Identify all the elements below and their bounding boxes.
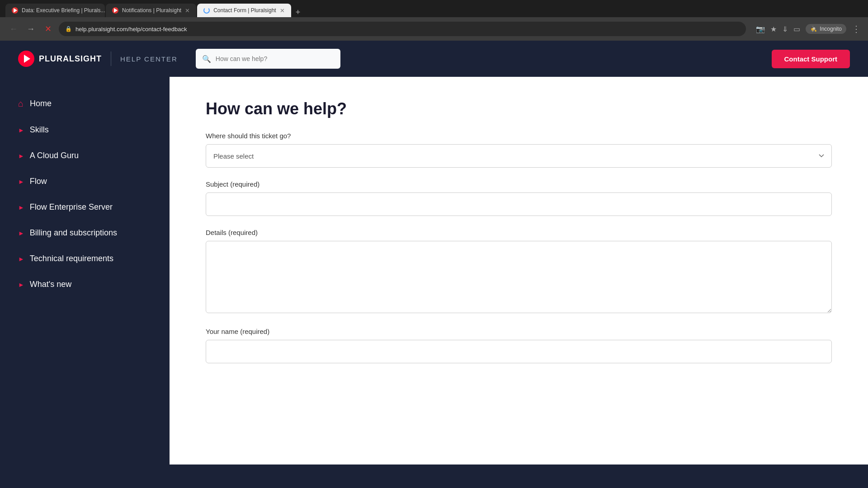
details-label: Details (required) <box>206 229 832 236</box>
arrow-icon-flow: ► <box>18 178 24 185</box>
sidebar-item-technical[interactable]: ► Technical requirements <box>0 246 170 272</box>
contact-support-button[interactable]: Contact Support <box>772 50 850 68</box>
tablet-icon[interactable]: ▭ <box>793 25 800 33</box>
browser-menu-button[interactable]: ⋮ <box>852 23 861 34</box>
tab-1-title: Data: Executive Briefing | Plurals... <box>22 7 105 14</box>
tab-2-close[interactable]: ✕ <box>185 7 190 14</box>
logo-divider <box>111 52 111 66</box>
tab-3-title: Contact Form | Pluralsight <box>213 7 276 14</box>
sidebar-item-label-billing: Billing and subscriptions <box>30 228 117 238</box>
sidebar-item-label-flow-enterprise: Flow Enterprise Server <box>30 202 113 212</box>
sidebar-item-label-cloud-guru: A Cloud Guru <box>30 151 79 160</box>
ticket-select[interactable]: Please select <box>206 144 832 168</box>
sidebar-item-skills[interactable]: ► Skills <box>0 117 170 143</box>
incognito-label: Incognito <box>820 26 842 32</box>
address-actions: 📷̶ ★ ⇓ ▭ 🕵 Incognito ⋮ <box>756 23 861 34</box>
logo-text: PLURALSIGHT <box>39 54 102 64</box>
tab-2-favicon <box>112 7 118 14</box>
page: PLURALSIGHT HELP CENTER 🔍 Contact Suppor… <box>0 41 868 465</box>
arrow-icon-whats-new: ► <box>18 281 24 288</box>
arrow-icon-flow-enterprise: ► <box>18 204 24 211</box>
incognito-button[interactable]: 🕵 Incognito <box>806 24 846 34</box>
incognito-icon: 🕵 <box>810 26 817 32</box>
sidebar-item-label-flow: Flow <box>30 177 47 186</box>
sidebar-item-flow[interactable]: ► Flow <box>0 169 170 194</box>
logo-icon <box>18 51 34 67</box>
url-text: help.pluralsight.com/help/contact-feedba… <box>75 26 740 33</box>
sidebar-item-label-whats-new: What's new <box>30 280 71 289</box>
name-input[interactable] <box>206 340 832 363</box>
camera-off-icon[interactable]: 📷̶ <box>756 25 765 33</box>
forward-button[interactable]: → <box>24 24 37 34</box>
sidebar: ⌂ Home ► Skills ► A Cloud Guru ► Flow ► … <box>0 77 170 465</box>
form-container: How can we help? Where should this ticke… <box>170 77 868 465</box>
help-center-text: HELP CENTER <box>120 55 178 63</box>
sidebar-item-label-technical: Technical requirements <box>30 254 113 263</box>
search-box[interactable]: 🔍 <box>196 49 340 69</box>
logo-area: PLURALSIGHT HELP CENTER <box>18 51 178 67</box>
search-icon: 🔍 <box>202 55 211 63</box>
bookmark-icon[interactable]: ★ <box>770 25 777 33</box>
arrow-icon-cloud-guru: ► <box>18 152 24 160</box>
arrow-icon-technical: ► <box>18 255 24 263</box>
address-bar-row: ← → ✕ 🔒 help.pluralsight.com/help/contac… <box>0 17 868 41</box>
tab-3[interactable]: Contact Form | Pluralsight ✕ <box>197 4 291 17</box>
back-button[interactable]: ← <box>7 24 20 34</box>
body-area: ⌂ Home ► Skills ► A Cloud Guru ► Flow ► … <box>0 77 868 465</box>
arrow-icon-billing: ► <box>18 230 24 237</box>
lock-icon: 🔒 <box>65 26 72 32</box>
form-title: How can we help? <box>206 99 832 118</box>
subject-label: Subject (required) <box>206 180 832 188</box>
arrow-icon-skills: ► <box>18 127 24 134</box>
sidebar-item-cloud-guru[interactable]: ► A Cloud Guru <box>0 143 170 169</box>
site-header: PLURALSIGHT HELP CENTER 🔍 Contact Suppor… <box>0 41 868 77</box>
download-icon[interactable]: ⇓ <box>782 25 788 33</box>
ticket-label: Where should this ticket go? <box>206 132 832 140</box>
sidebar-item-billing[interactable]: ► Billing and subscriptions <box>0 220 170 246</box>
tab-bar: Data: Executive Briefing | Plurals... ✕ … <box>0 0 868 17</box>
address-bar[interactable]: 🔒 help.pluralsight.com/help/contact-feed… <box>59 22 746 36</box>
tab-2-title: Notifications | Pluralsight <box>122 7 181 14</box>
reload-button[interactable]: ✕ <box>42 24 54 34</box>
tab-1[interactable]: Data: Executive Briefing | Plurals... ✕ <box>5 4 105 17</box>
tab-3-favicon <box>203 7 210 14</box>
sidebar-item-whats-new[interactable]: ► What's new <box>0 272 170 297</box>
subject-input[interactable] <box>206 192 832 216</box>
home-icon: ⌂ <box>18 99 24 109</box>
sidebar-item-flow-enterprise[interactable]: ► Flow Enterprise Server <box>0 194 170 220</box>
tab-3-close[interactable]: ✕ <box>280 7 285 14</box>
search-input[interactable] <box>216 55 334 62</box>
new-tab-button[interactable]: + <box>292 8 304 17</box>
tab-2[interactable]: Notifications | Pluralsight ✕ <box>106 4 196 17</box>
pluralsight-logo[interactable]: PLURALSIGHT <box>18 51 102 67</box>
name-label: Your name (required) <box>206 328 832 335</box>
main-content: How can we help? Where should this ticke… <box>170 77 868 465</box>
sidebar-item-label-home: Home <box>30 99 52 108</box>
play-icon <box>24 55 30 63</box>
details-textarea[interactable] <box>206 241 832 313</box>
sidebar-item-label-skills: Skills <box>30 125 49 135</box>
sidebar-item-home[interactable]: ⌂ Home <box>0 90 170 117</box>
tab-1-favicon <box>12 7 18 14</box>
header-search: 🔍 <box>196 49 340 69</box>
